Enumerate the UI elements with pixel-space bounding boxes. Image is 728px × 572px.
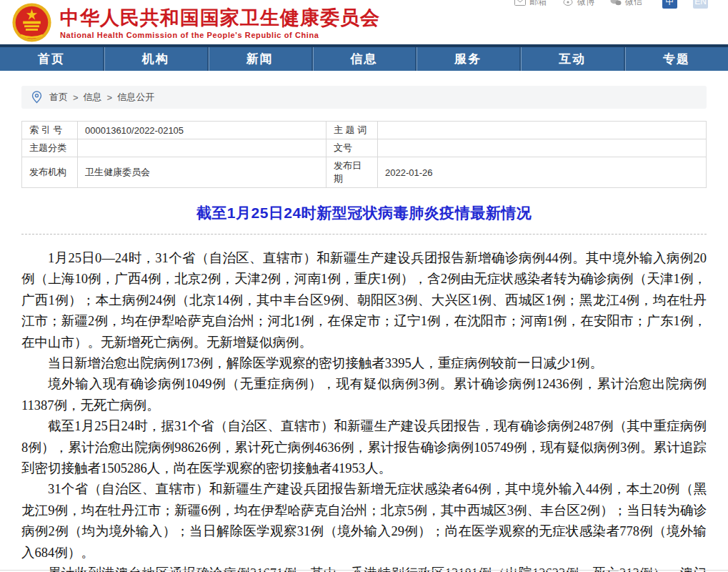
meta-label-publish-date: 发布日期 — [326, 157, 378, 188]
weibo-link[interactable]: 微博 — [562, 0, 594, 8]
breadcrumb-home[interactable]: 首页 — [49, 91, 68, 104]
brand-text: 中华人民共和国国家卫生健康委员会 National Health Commiss… — [60, 6, 380, 39]
meta-label-publisher: 发布机构 — [22, 157, 78, 188]
nav-item-news[interactable]: 新闻 — [207, 47, 311, 71]
meta-label-doc-no: 文号 — [326, 139, 378, 157]
wechat-icon — [610, 0, 622, 6]
site-brand[interactable]: 中华人民共和国国家卫生健康委员会 National Health Commiss… — [11, 2, 380, 43]
article-paragraph: 31个省（自治区、直辖市）和新疆生产建设兵团报告新增无症状感染者64例，其中境外… — [21, 479, 707, 563]
site-subtitle: National Health Commission of the People… — [60, 31, 380, 39]
breadcrumb-separator: > — [73, 92, 79, 103]
mail-label: 邮箱 — [529, 0, 547, 8]
table-row: 索 引 号 000013610/2022-02105 主 题 词 — [22, 122, 707, 139]
document-meta-table: 索 引 号 000013610/2022-02105 主 题 词 主题分类 文号… — [21, 121, 707, 188]
breadcrumb-info-disclosure[interactable]: 信息公开 — [117, 91, 154, 104]
article-title: 截至1月25日24时新型冠状病毒肺炎疫情最新情况 — [21, 203, 707, 223]
nav-item-info[interactable]: 信息 — [311, 47, 416, 71]
nav-item-service[interactable]: 服务 — [415, 47, 519, 71]
location-pin-icon — [31, 91, 42, 104]
breadcrumb-separator: > — [107, 92, 113, 103]
meta-value-publisher: 卫生健康委员会 — [78, 157, 326, 188]
article-paragraph: 当日新增治愈出院病例173例，解除医学观察的密切接触者3395人，重症病例较前一… — [21, 353, 707, 374]
nav-item-home[interactable]: 首页 — [0, 47, 103, 71]
site-title: 中华人民共和国国家卫生健康委员会 — [60, 7, 380, 29]
meta-value-publish-date: 2022-01-26 — [378, 157, 707, 188]
meta-value-doc-no — [378, 139, 707, 157]
site-header: 中华人民共和国国家卫生健康委员会 National Health Commiss… — [0, 0, 728, 44]
meta-value-category — [78, 139, 326, 157]
lang-zh-button[interactable]: 中 — [662, 0, 677, 9]
wechat-link[interactable]: 微信 — [610, 0, 642, 8]
lang-en-button[interactable]: EN — [693, 0, 708, 9]
meta-value-subject-word — [378, 122, 707, 139]
mail-link[interactable]: 邮箱 — [514, 0, 547, 8]
nav-item-org[interactable]: 机构 — [103, 47, 207, 71]
weibo-label: 微博 — [577, 0, 594, 8]
main-nav: 首页 机构 新闻 信息 服务 互动 专题 — [0, 44, 728, 71]
china-national-emblem-icon — [11, 2, 52, 43]
article-paragraph: 累计收到港澳台地区通报确诊病例31671例。其中，香港特别行政区13181例（出… — [21, 563, 707, 572]
mail-icon — [514, 0, 526, 6]
weibo-icon — [562, 0, 574, 6]
bottom-divider — [0, 570, 728, 571]
article-paragraph: 截至1月25日24时，据31个省（自治区、直辖市）和新疆生产建设兵团报告，现有确… — [21, 416, 707, 479]
meta-label-index-no: 索 引 号 — [22, 122, 78, 139]
article-paragraph: 1月25日0—24时，31个省（自治区、直辖市）和新疆生产建设兵团报告新增确诊病… — [21, 248, 707, 353]
dashed-divider — [21, 234, 707, 235]
meta-label-subject-word: 主 题 词 — [326, 122, 378, 139]
nav-item-interact[interactable]: 互动 — [519, 47, 624, 71]
table-row: 发布机构 卫生健康委员会 发布日期 2022-01-26 — [22, 157, 707, 188]
table-row: 主题分类 文号 — [22, 139, 707, 157]
meta-label-category: 主题分类 — [22, 139, 78, 157]
wechat-label: 微信 — [625, 0, 642, 8]
header-quick-links: 邮箱 微博 微信 中 EN — [514, 0, 708, 9]
page-content: 首页 > 信息 > 信息公开 索 引 号 000013610/2022-0210… — [0, 86, 728, 572]
article-paragraph: 境外输入现有确诊病例1049例（无重症病例），现有疑似病例3例。累计确诊病例12… — [21, 374, 707, 416]
nav-item-topics[interactable]: 专题 — [624, 47, 728, 71]
meta-value-index-no: 000013610/2022-02105 — [78, 122, 326, 139]
breadcrumb: 首页 > 信息 > 信息公开 — [21, 86, 707, 109]
article-body: 1月25日0—24时，31个省（自治区、直辖市）和新疆生产建设兵团报告新增确诊病… — [21, 248, 707, 572]
breadcrumb-info[interactable]: 信息 — [84, 91, 102, 104]
